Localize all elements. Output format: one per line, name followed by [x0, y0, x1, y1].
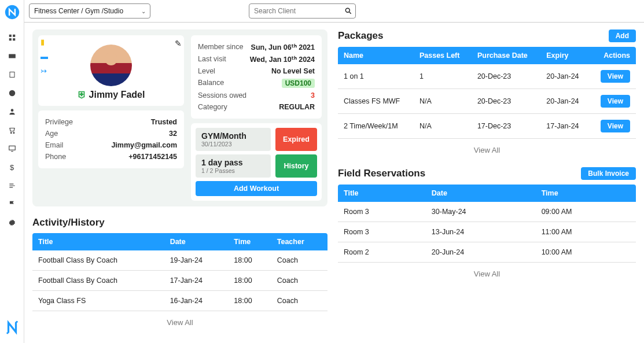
search-input[interactable]: [249, 3, 356, 19]
add-package-button[interactable]: Add: [609, 29, 636, 42]
reservations-view-all[interactable]: View All: [338, 263, 636, 281]
bulk-invoice-button[interactable]: Bulk Invoice: [581, 167, 636, 180]
location-select[interactable]: Fitness Center / Gym /Studio ⌄: [29, 3, 150, 19]
search-icon: [344, 7, 352, 15]
plan-day-pass: 1 day pass 1 / 2 Passes: [196, 154, 271, 178]
svg-point-13: [6, 332, 8, 334]
packages-view-all[interactable]: View All: [338, 139, 636, 157]
svg-point-7: [9, 90, 15, 97]
svg-rect-6: [10, 72, 14, 78]
phone-icon[interactable]: ▮: [41, 38, 48, 46]
table-row: Room 313-Jun-2411:00 AM: [338, 222, 636, 242]
svg-point-10: [13, 132, 14, 134]
activity-view-all[interactable]: View All: [32, 311, 327, 329]
cart-icon[interactable]: [8, 126, 16, 134]
view-button[interactable]: View: [601, 70, 630, 83]
share-icon[interactable]: ↣: [41, 67, 48, 75]
svg-point-9: [10, 132, 12, 134]
person-icon[interactable]: [8, 108, 16, 116]
dashboard-icon[interactable]: [8, 34, 16, 42]
edit-icon[interactable]: ✎: [175, 39, 182, 48]
table-row: Classes FS MWFN/A20-Dec-2320-Jan-24View: [338, 89, 636, 114]
app-logo: [5, 5, 20, 20]
profile-details: PrivilegeTrusted Age32 EmailJimmy@gmail.…: [38, 110, 184, 168]
chat-icon[interactable]: ▬: [41, 52, 48, 61]
svg-rect-1: [9, 35, 11, 37]
table-row: 2 Time/Week/1MN/A17-Dec-2317-Jan-24View: [338, 114, 636, 139]
list-icon[interactable]: [8, 182, 16, 190]
svg-rect-5: [9, 54, 16, 58]
reservations-table: Title Date Time Room 330-May-2409:00 AM …: [338, 185, 636, 263]
shield-icon: ⛨: [78, 90, 87, 100]
svg-rect-4: [13, 38, 15, 40]
search-client[interactable]: [249, 3, 356, 19]
app-logo-bottom: [5, 320, 20, 335]
sidebar: $: [0, 0, 24, 343]
client-name: ⛨ Jimmy Fadel: [78, 90, 145, 100]
avatar: [90, 45, 132, 86]
profile-card: ▮ ▬ ↣ ✎ ⛨ Jimmy Fadel: [32, 29, 327, 206]
view-button[interactable]: View: [601, 120, 630, 132]
table-row: Room 330-May-2409:00 AM: [338, 202, 636, 222]
membership-box: GYM/Month 30/11/2023 Expired 1 day pass …: [191, 123, 322, 201]
card-icon[interactable]: [8, 52, 16, 60]
history-button[interactable]: History: [275, 154, 317, 178]
svg-point-8: [10, 109, 13, 112]
svg-rect-3: [9, 38, 11, 40]
table-row: Football Class By Coach19-Jan-2418:00Coa…: [32, 250, 327, 271]
plan-gym-month: GYM/Month 30/11/2023: [196, 128, 271, 151]
reservations-title: Field Reservations: [338, 168, 425, 179]
monitor-icon[interactable]: [8, 145, 16, 153]
activity-title: Activity/History: [32, 217, 105, 228]
view-button[interactable]: View: [601, 95, 630, 108]
dollar-icon[interactable]: $: [8, 163, 16, 171]
packages-title: Packages: [338, 30, 383, 42]
expired-button[interactable]: Expired: [275, 128, 317, 151]
svg-rect-11: [9, 146, 15, 150]
avatar-box: ▮ ▬ ↣ ✎ ⛨ Jimmy Fadel: [38, 35, 184, 106]
svg-point-14: [16, 321, 17, 323]
document-icon[interactable]: [8, 71, 16, 79]
svg-point-15: [345, 8, 349, 12]
globe-icon[interactable]: [8, 89, 16, 97]
add-workout-button[interactable]: Add Workout: [196, 181, 317, 196]
table-row: Football Class By Coach17-Jan-2418:00Coa…: [32, 271, 327, 291]
table-row: Room 220-Jun-2410:00 AM: [338, 242, 636, 263]
topbar: Fitness Center / Gym /Studio ⌄: [24, 0, 644, 23]
table-row: 1 on 1120-Dec-2320-Jan-24View: [338, 64, 636, 89]
member-info: Member sinceSun, Jun 06ᵗʰ 2021 Last visi…: [191, 35, 322, 119]
gear-icon[interactable]: [8, 219, 16, 227]
svg-rect-2: [13, 35, 15, 37]
flag-icon[interactable]: [8, 200, 16, 208]
packages-table: Name Passes Left Purchase Date Expiry Ac…: [338, 47, 636, 139]
table-row: Yoga Class FS16-Jan-2418:00Coach: [32, 291, 327, 311]
activity-table: Title Date Time Teacher Football Class B…: [32, 233, 327, 311]
